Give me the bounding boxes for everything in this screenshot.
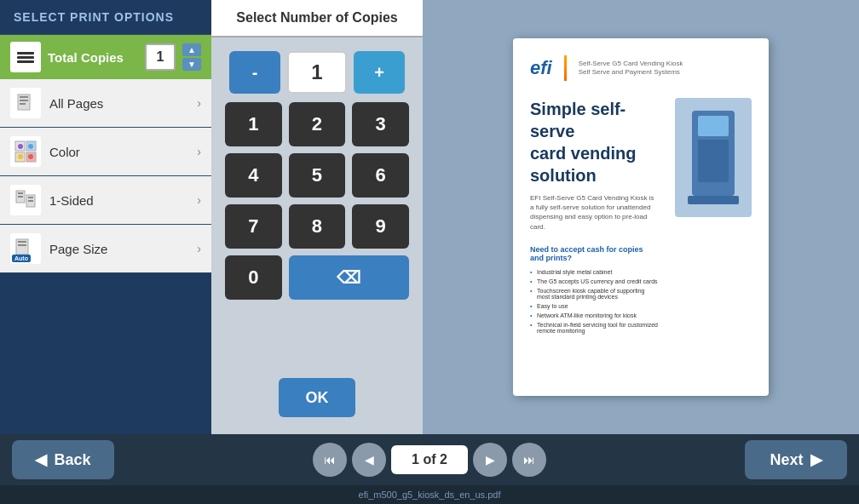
ok-button[interactable]: OK xyxy=(279,378,355,417)
svg-rect-3 xyxy=(20,103,26,105)
filename-label: efi_m500_g5_kiosk_ds_en_us.pdf xyxy=(359,490,501,500)
bullet-6: Technical in-field servicing tool for cu… xyxy=(530,322,658,334)
svg-rect-16 xyxy=(28,197,33,198)
digit-9-button[interactable]: 9 xyxy=(352,204,409,249)
all-pages-arrow-icon: › xyxy=(197,96,201,110)
sidebar-item-page-size[interactable]: Auto Page Size › xyxy=(0,225,211,273)
svg-rect-14 xyxy=(18,196,23,198)
numpad-body: - 1 + 1 2 3 4 5 6 7 8 9 0 ⌫ xyxy=(211,37,423,368)
doc-text-area: Simple self-servecard vending solution E… xyxy=(530,98,658,337)
digit-1-button[interactable]: 1 xyxy=(225,102,282,146)
page-size-icon: Auto xyxy=(10,233,41,264)
kiosk-illustration xyxy=(666,98,752,337)
bullet-5: Network ATM-like monitoring for kiosk xyxy=(530,312,658,318)
next-label: Next xyxy=(770,451,803,469)
sidebar-item-sided[interactable]: 1-Sided › xyxy=(0,176,211,225)
sidebar-item-all-pages[interactable]: All Pages › xyxy=(0,79,211,128)
bullet-3: Touchscreen kiosk capable of supporting … xyxy=(530,288,658,300)
efi-header: efi Self-Serve G5 Card Vending Kiosk Sel… xyxy=(530,55,752,81)
sided-arrow-icon: › xyxy=(197,193,201,207)
next-button[interactable]: Next ▶ xyxy=(745,440,847,479)
efi-logo: efi xyxy=(530,57,552,79)
numpad-panel: Select Number of Copies - 1 + 1 2 3 4 5 … xyxy=(211,0,423,434)
sidebar-item-color[interactable]: Color › xyxy=(0,128,211,176)
doc-section-title: Need to accept cash for copies and print… xyxy=(530,245,658,262)
total-copies-value: 1 xyxy=(145,43,176,71)
numpad-footer: OK xyxy=(211,368,423,434)
sidebar-header: SELECT PRINT OPTIONS xyxy=(0,0,211,35)
last-page-icon: ⏭ xyxy=(523,453,535,467)
back-label: Back xyxy=(54,451,90,469)
svg-rect-17 xyxy=(28,200,33,202)
page-indicator: 1 of 2 xyxy=(391,445,468,474)
copies-decrement-btn[interactable]: ▼ xyxy=(182,58,201,71)
duplex-icon xyxy=(10,185,41,215)
kiosk-lower xyxy=(698,140,729,182)
total-copies-label: Total Copies xyxy=(48,50,138,65)
doc-subtitle: EFI Self-Serve G5 Card Vending Kiosk is … xyxy=(530,193,658,232)
page-size-arrow-icon: › xyxy=(197,242,201,255)
bullet-4: Easy to use xyxy=(530,303,658,309)
svg-rect-20 xyxy=(18,244,26,246)
copies-spinner: ▲ ▼ xyxy=(182,43,201,71)
page-controls: ⏮ ◀ 1 of 2 ▶ ⏭ xyxy=(313,443,546,477)
bullet-1: Industrial style metal cabinet xyxy=(530,269,658,275)
bottom-nav: ◀ Back ⏮ ◀ 1 of 2 ▶ ⏭ Next ▶ xyxy=(0,434,859,485)
numpad-display-row: - 1 + xyxy=(225,51,409,94)
efi-logo-bar xyxy=(564,55,567,81)
efi-tagline: Self-Serve G5 Card Vending Kiosk Self Se… xyxy=(579,60,683,77)
kiosk-screen xyxy=(698,116,729,136)
preview-area: efi Self-Serve G5 Card Vending Kiosk Sel… xyxy=(423,0,859,434)
svg-point-10 xyxy=(18,154,23,159)
pages-icon xyxy=(10,42,41,72)
digit-4-button[interactable]: 4 xyxy=(225,153,282,198)
numpad-display: 1 xyxy=(287,51,347,94)
next-page-nav-icon: ▶ xyxy=(486,453,495,467)
digit-2-button[interactable]: 2 xyxy=(289,102,346,146)
digit-8-button[interactable]: 8 xyxy=(289,204,346,249)
color-arrow-icon: › xyxy=(197,145,201,158)
sided-label: 1-Sided xyxy=(49,193,188,208)
next-page-button[interactable]: ▶ xyxy=(473,443,507,477)
digit-6-button[interactable]: 6 xyxy=(352,153,409,198)
svg-rect-1 xyxy=(20,96,28,98)
svg-point-8 xyxy=(18,144,23,149)
prev-page-icon: ◀ xyxy=(365,453,374,467)
doc-title: Simple self-servecard vending solution xyxy=(530,98,658,186)
svg-rect-2 xyxy=(20,100,28,101)
status-bar: efi_m500_g5_kiosk_ds_en_us.pdf xyxy=(0,485,859,504)
all-pages-label: All Pages xyxy=(49,96,188,111)
digit-0-button[interactable]: 0 xyxy=(225,255,282,300)
digit-3-button[interactable]: 3 xyxy=(352,102,409,146)
last-page-button[interactable]: ⏭ xyxy=(512,443,546,477)
bullet-2: The G5 accepts US currency and credit ca… xyxy=(530,278,658,284)
backspace-button[interactable]: ⌫ xyxy=(289,255,409,300)
back-arrow-icon: ◀ xyxy=(35,450,47,469)
svg-rect-13 xyxy=(18,192,23,194)
document-preview: efi Self-Serve G5 Card Vending Kiosk Sel… xyxy=(513,38,769,396)
total-copies-row: Total Copies 1 ▲ ▼ xyxy=(0,35,211,79)
kiosk-base xyxy=(688,196,739,204)
numpad-grid: 1 2 3 4 5 6 7 8 9 0 ⌫ xyxy=(225,102,409,300)
doc-bullets: Industrial style metal cabinet The G5 ac… xyxy=(530,269,658,334)
first-page-button[interactable]: ⏮ xyxy=(313,443,347,477)
digit-5-button[interactable]: 5 xyxy=(289,153,346,198)
back-button[interactable]: ◀ Back xyxy=(12,440,114,479)
sidebar-items-list: All Pages › Color › xyxy=(0,79,211,434)
numpad-header: Select Number of Copies xyxy=(211,0,423,37)
decrement-button[interactable]: - xyxy=(229,51,280,94)
svg-point-9 xyxy=(28,144,33,149)
copies-increment-btn[interactable]: ▲ xyxy=(182,43,201,56)
increment-button[interactable]: + xyxy=(354,51,405,94)
first-page-icon: ⏮ xyxy=(324,453,336,467)
kiosk-image xyxy=(675,98,752,217)
svg-rect-19 xyxy=(18,241,26,243)
digit-7-button[interactable]: 7 xyxy=(225,204,282,249)
doc-content: Simple self-servecard vending solution E… xyxy=(530,98,752,337)
svg-point-11 xyxy=(28,154,33,159)
prev-page-button[interactable]: ◀ xyxy=(352,443,386,477)
kiosk-body xyxy=(692,111,735,196)
color-label: Color xyxy=(49,145,188,159)
all-pages-icon xyxy=(10,88,41,118)
page-size-label: Page Size xyxy=(49,242,188,256)
